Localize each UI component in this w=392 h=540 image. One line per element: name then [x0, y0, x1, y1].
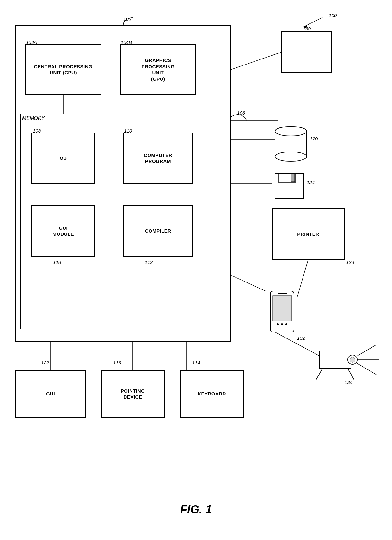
keyboard-box: KEYBOARD	[180, 370, 243, 418]
svg-line-25	[297, 259, 308, 297]
figure-title: FIG. 1	[142, 503, 250, 516]
ref-130: 130	[303, 26, 311, 31]
svg-point-47	[350, 357, 355, 362]
svg-line-51	[357, 345, 376, 356]
svg-point-46	[348, 355, 357, 364]
ref-106: 106	[237, 110, 245, 115]
os-box: OS	[32, 133, 95, 183]
svg-line-16	[231, 52, 281, 70]
svg-point-35	[275, 127, 307, 136]
pointing-device-box: POINTINGDEVICE	[101, 370, 164, 418]
gui-label: GUI	[46, 391, 55, 397]
svg-line-48	[316, 369, 322, 380]
svg-rect-30	[275, 131, 307, 157]
ref-108: 108	[33, 128, 41, 133]
svg-point-29	[275, 127, 307, 136]
svg-point-43	[281, 323, 283, 325]
svg-rect-34	[275, 131, 306, 144]
svg-rect-36	[275, 173, 303, 199]
ref-122: 122	[41, 360, 49, 365]
ref-102: 102	[123, 16, 131, 22]
network-box	[281, 32, 332, 73]
ref-120: 120	[310, 136, 318, 141]
cpu-box: CENTRAL PROCESSINGUNIT (CPU)	[25, 44, 101, 95]
svg-rect-37	[278, 173, 296, 182]
memory-label: MEMORY	[22, 115, 45, 121]
svg-rect-40	[273, 296, 292, 321]
gpu-label: GRAPHICSPROCESSINGUNIT(GPU)	[141, 57, 175, 82]
computer-program-label: COMPUTERPROGRAM	[144, 152, 172, 164]
os-label: OS	[60, 155, 67, 161]
ref-116: 116	[113, 360, 121, 365]
compiler-label: COMPILER	[145, 228, 171, 234]
svg-rect-45	[319, 351, 351, 369]
gpu-box: GRAPHICSPROCESSINGUNIT(GPU)	[120, 44, 196, 95]
computer-program-box: COMPUTERPROGRAM	[123, 133, 193, 183]
ref-132: 132	[297, 335, 305, 341]
svg-line-27	[303, 17, 322, 27]
ref-104A: 104A	[26, 40, 37, 45]
ref-100: 100	[329, 13, 337, 18]
svg-line-50	[348, 369, 354, 380]
keyboard-label: KEYBOARD	[198, 391, 226, 397]
ref-124: 124	[307, 180, 315, 185]
printer-box: PRINTER	[272, 209, 345, 259]
ref-114: 114	[192, 360, 200, 365]
ref-112: 112	[145, 259, 153, 265]
cpu-label: CENTRAL PROCESSINGUNIT (CPU)	[34, 64, 93, 76]
ref-128: 128	[346, 259, 354, 265]
svg-point-33	[275, 152, 307, 161]
ref-110: 110	[124, 128, 132, 133]
svg-point-44	[285, 323, 287, 325]
gui-box: GUI	[16, 370, 85, 418]
ref-118: 118	[53, 259, 61, 265]
svg-line-53	[357, 363, 376, 375]
printer-label: PRINTER	[297, 231, 319, 237]
gui-module-box: GUIMODULE	[32, 206, 95, 256]
svg-rect-38	[291, 174, 295, 182]
svg-point-42	[277, 323, 279, 325]
ref-134: 134	[345, 380, 352, 385]
svg-rect-39	[270, 291, 294, 332]
diagram: 100 102 CENTRAL PROCESSINGUNIT (CPU) 104…	[0, 0, 392, 540]
pointing-device-label: POINTINGDEVICE	[121, 388, 145, 400]
svg-line-24	[231, 275, 266, 291]
gui-module-label: GUIMODULE	[52, 225, 74, 237]
compiler-box: COMPILER	[123, 206, 193, 256]
ref-104B: 104B	[121, 40, 132, 45]
